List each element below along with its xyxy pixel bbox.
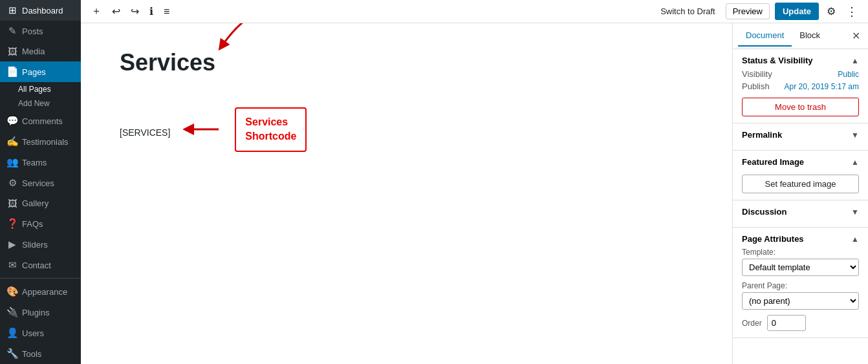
plugins-icon: 🔌 — [6, 306, 18, 318]
parent-page-select[interactable]: (no parent) — [742, 292, 859, 310]
move-to-trash-button[interactable]: Move to trash — [742, 98, 859, 116]
parent-page-label: Parent Page: — [742, 281, 859, 290]
sidebar-item-testimonials[interactable]: ✍ Testimonials — [0, 131, 81, 152]
pages-icon: 📄 — [6, 66, 18, 78]
tab-block[interactable]: Block — [792, 25, 828, 47]
preview-button[interactable]: Preview — [726, 3, 770, 19]
settings-gear-button[interactable]: ⚙ — [824, 3, 838, 20]
sidebar: ⊞ Dashboard ✎ Posts 🖼 Media 📄 Pages All … — [0, 0, 81, 364]
users-icon: 👤 — [6, 327, 18, 339]
services-icon: ⚙ — [6, 177, 18, 189]
panel-tabs: Document Block ✕ — [733, 23, 868, 49]
right-panel: Document Block ✕ Status & Visibility ▲ V… — [732, 23, 868, 364]
gallery-icon: 🖼 — [6, 198, 18, 209]
media-icon: 🖼 — [6, 46, 18, 57]
featured-image-header[interactable]: Featured Image ▲ — [742, 157, 859, 167]
redo-button[interactable]: ↪ — [128, 3, 142, 20]
toolbar-left: ＋ ↩ ↪ ℹ ≡ — [89, 2, 172, 21]
info-button[interactable]: ℹ — [147, 3, 156, 20]
shortcode-arrow-annotation — [183, 120, 222, 138]
publish-date-value[interactable]: Apr 20, 2019 5:17 am — [785, 82, 859, 91]
sidebar-item-comments[interactable]: 💬 Comments — [0, 111, 81, 131]
tab-document[interactable]: Document — [738, 25, 792, 47]
status-visibility-header[interactable]: Status & Visibility ▲ — [742, 56, 859, 65]
faqs-icon: ❓ — [6, 218, 18, 230]
testimonials-icon: ✍ — [6, 136, 18, 147]
panel-tabs-left: Document Block — [738, 25, 828, 47]
shortcode-tooltip: Services Shortcode — [235, 107, 307, 152]
undo-button[interactable]: ↩ — [109, 3, 123, 20]
page-title: Services — [120, 49, 215, 76]
template-label: Template: — [742, 248, 859, 257]
order-input[interactable] — [767, 315, 806, 331]
sidebar-item-plugins[interactable]: 🔌 Plugins — [0, 302, 81, 323]
appearance-icon: 🎨 — [6, 286, 18, 297]
page-title-area: Services [SERVICES] — [120, 49, 693, 152]
status-visibility-chevron-up: ▲ — [851, 56, 859, 65]
visibility-row: Visibility Public — [742, 69, 859, 79]
featured-image-chevron-up: ▲ — [851, 158, 859, 167]
sidebar-item-tools[interactable]: 🔧 Tools — [0, 343, 81, 364]
permalink-header[interactable]: Permalink ▼ — [742, 130, 859, 140]
sidebar-item-pages[interactable]: 📄 Pages — [0, 61, 81, 82]
toolbar-right: Switch to Draft Preview Update ⚙ ⋮ — [655, 2, 860, 21]
shortcode-text: [SERVICES] — [120, 127, 170, 138]
comments-icon: 💬 — [6, 115, 18, 127]
update-button[interactable]: Update — [775, 3, 819, 20]
shortcode-annotation-area: [SERVICES] Services Shortcode — [120, 107, 693, 152]
editor-content[interactable]: Services [SERVICES] — [81, 23, 732, 364]
order-label: Order — [742, 319, 762, 328]
visibility-value[interactable]: Public — [838, 70, 859, 79]
permalink-section: Permalink ▼ — [733, 123, 868, 151]
contact-icon: ✉ — [6, 259, 18, 271]
sidebar-sub-all-pages[interactable]: All Pages — [0, 82, 81, 96]
switch-to-draft-button[interactable]: Switch to Draft — [655, 4, 721, 19]
sidebar-item-users[interactable]: 👤 Users — [0, 323, 81, 343]
block-navigation-button[interactable]: ≡ — [161, 3, 172, 20]
toolbar: ＋ ↩ ↪ ℹ ≡ Switch to Draft Preview Update… — [81, 0, 868, 23]
dashboard-icon: ⊞ — [6, 5, 18, 16]
page-attributes-header[interactable]: Page Attributes ▲ — [742, 234, 859, 244]
status-visibility-section: Status & Visibility ▲ Visibility Public … — [733, 49, 868, 123]
sidebar-divider-1 — [0, 278, 81, 279]
sliders-icon: ▶ — [6, 239, 18, 250]
main-area: ＋ ↩ ↪ ℹ ≡ Switch to Draft Preview Update… — [81, 0, 868, 364]
sidebar-item-teams[interactable]: 👥 Teams — [0, 152, 81, 173]
editor-area: Services [SERVICES] — [81, 23, 868, 364]
page-attributes-section: Page Attributes ▲ Template: Default temp… — [733, 228, 868, 338]
featured-image-section: Featured Image ▲ Set featured image — [733, 151, 868, 200]
sidebar-item-media[interactable]: 🖼 Media — [0, 41, 81, 61]
sidebar-item-sliders[interactable]: ▶ Sliders — [0, 234, 81, 255]
sidebar-item-contact[interactable]: ✉ Contact — [0, 255, 81, 275]
discussion-header[interactable]: Discussion ▼ — [742, 207, 859, 217]
discussion-chevron-down: ▼ — [851, 208, 859, 217]
add-block-button[interactable]: ＋ — [89, 2, 104, 21]
teams-icon: 👥 — [6, 156, 18, 168]
sidebar-item-gallery[interactable]: 🖼 Gallery — [0, 193, 81, 213]
panel-close-button[interactable]: ✕ — [849, 27, 863, 45]
sidebar-item-appearance[interactable]: 🎨 Appearance — [0, 281, 81, 302]
page-attributes-chevron-up: ▲ — [851, 235, 859, 244]
sidebar-item-faqs[interactable]: ❓ FAQs — [0, 213, 81, 234]
set-featured-image-button[interactable]: Set featured image — [742, 175, 859, 193]
permalink-chevron-down: ▼ — [851, 131, 859, 140]
sidebar-item-posts[interactable]: ✎ Posts — [0, 21, 81, 41]
sidebar-item-dashboard[interactable]: ⊞ Dashboard — [0, 0, 81, 21]
posts-icon: ✎ — [6, 25, 18, 37]
template-select[interactable]: Default template — [742, 259, 859, 276]
sidebar-sub-add-new[interactable]: Add New — [0, 96, 81, 111]
discussion-section: Discussion ▼ — [733, 200, 868, 228]
more-options-button[interactable]: ⋮ — [843, 2, 860, 21]
sidebar-item-services[interactable]: ⚙ Services — [0, 173, 81, 193]
publish-row: Publish Apr 20, 2019 5:17 am — [742, 81, 859, 91]
tools-icon: 🔧 — [6, 348, 18, 359]
